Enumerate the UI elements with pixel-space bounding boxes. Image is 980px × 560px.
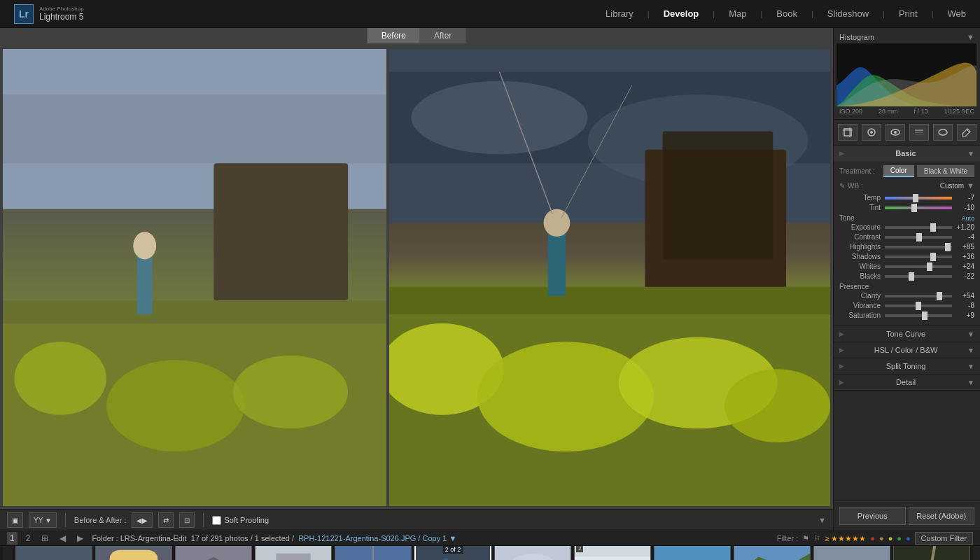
nav-develop[interactable]: Develop [664, 8, 699, 19]
filter-blue-label[interactable]: ● [906, 534, 911, 542]
ba-copy-btn[interactable]: ⇄ [158, 512, 174, 528]
filter-orange-label[interactable]: ● [879, 534, 884, 542]
vibrance-label: Vibrance [839, 302, 885, 309]
contrast-thumb[interactable] [916, 233, 922, 241]
histogram-section: Histogram ▼ ISO 200 28 mm f / 13 [834, 28, 980, 120]
nav-library[interactable]: Library [606, 8, 634, 19]
blacks-thumb[interactable] [909, 272, 914, 281]
basic-section-header[interactable]: ▶ Basic ▼ [834, 146, 980, 161]
tint-slider-thumb[interactable] [911, 204, 917, 212]
red-eye-tool[interactable] [886, 124, 905, 141]
filmstrip-filename-dropdown[interactable]: ▼ [449, 534, 456, 542]
adjustment-brush-tool[interactable] [957, 124, 976, 141]
filmstrip-filename[interactable]: RPH-121221-Argentina-S026.JPG / Copy 1 [298, 534, 447, 542]
clarity-thumb[interactable] [937, 292, 942, 300]
spot-removal-tool[interactable] [862, 124, 881, 141]
radial-filter-tool[interactable] [933, 124, 953, 141]
before-tab[interactable]: Before [368, 28, 420, 43]
nav-map[interactable]: Map [729, 8, 746, 19]
filmstrip-thumb-5[interactable]: ★★★★★ [335, 546, 412, 560]
temp-slider-thumb[interactable] [913, 194, 918, 202]
filmstrip-thumb-11[interactable] [813, 546, 890, 560]
soft-proof-check[interactable]: Soft Proofing [212, 516, 269, 525]
vibrance-thumb[interactable] [916, 302, 921, 310]
saturation-slider[interactable] [885, 314, 952, 317]
view-yy-btn[interactable]: YY ▼ [29, 512, 57, 528]
filmstrip-thumb-12[interactable] [893, 546, 970, 560]
filmstrip-nav-1[interactable]: 1 [7, 532, 18, 545]
nav-web[interactable]: Web [948, 8, 967, 19]
whites-thumb[interactable] [927, 262, 932, 271]
filmstrip-nav-2[interactable]: 2 [23, 532, 34, 545]
contrast-slider[interactable] [885, 236, 952, 239]
color-treatment-btn[interactable]: Color [883, 165, 914, 177]
tint-slider[interactable] [885, 206, 952, 209]
tone-label: Tone [839, 214, 855, 222]
filmstrip-prev-btn[interactable]: ◀ [57, 532, 69, 545]
after-tab[interactable]: After [420, 28, 465, 43]
crop-tool[interactable] [838, 124, 858, 141]
custom-filter-btn[interactable]: Custom Filter [915, 532, 973, 545]
svg-point-7 [106, 360, 244, 451]
soft-proof-checkbox[interactable] [212, 516, 221, 525]
bw-treatment-btn[interactable]: Black & White [917, 165, 974, 177]
wb-value[interactable]: Custom [940, 182, 964, 190]
thumb-2-img [96, 546, 172, 560]
adobe-label: Adobe Photoshop [39, 6, 84, 13]
exposure-slider[interactable] [885, 226, 952, 229]
filmstrip-thumb-10[interactable] [734, 546, 811, 560]
nav-book[interactable]: Book [776, 8, 797, 19]
filter-unflag-icon[interactable]: ⚐ [813, 534, 820, 543]
vibrance-slider[interactable] [885, 304, 952, 307]
filter-red-label[interactable]: ● [870, 534, 875, 542]
view-grid-btn[interactable]: ▣ [7, 512, 23, 528]
reset-button[interactable]: Reset (Adobe) [909, 507, 975, 525]
filmstrip-thumb-4[interactable]: ★★★★★ [255, 546, 332, 560]
clarity-slider[interactable] [885, 295, 952, 298]
filmstrip-thumb-2[interactable]: ★★★★★ [95, 546, 172, 560]
blacks-slider[interactable] [885, 275, 952, 278]
filmstrip-next-btn[interactable]: ▶ [74, 532, 86, 545]
filter-flag-icon[interactable]: ⚑ [802, 534, 809, 543]
tone-curve-section[interactable]: ▶ Tone Curve ▼ [834, 326, 980, 342]
auto-btn[interactable]: Auto [961, 215, 974, 222]
temp-slider-row: Temp -7 [839, 194, 974, 202]
histogram-dropdown-icon[interactable]: ▼ [967, 33, 974, 41]
hsl-section[interactable]: ▶ HSL / Color / B&W ▼ [834, 342, 980, 358]
nav-slideshow[interactable]: Slideshow [827, 8, 869, 19]
filter-yellow-label[interactable]: ● [888, 534, 893, 542]
ba-swap-btn[interactable]: ◀▶ [132, 512, 153, 528]
highlights-thumb[interactable] [945, 243, 951, 251]
detail-section[interactable]: ▶ Detail ▼ [834, 374, 980, 391]
detail-dropdown-icon: ▼ [967, 379, 974, 386]
filter-green-label[interactable]: ● [897, 534, 902, 542]
filmstrip-scroll-right[interactable]: ▶ [973, 546, 980, 560]
exposure-thumb[interactable] [930, 223, 936, 232]
temp-slider[interactable] [885, 197, 952, 200]
nav-sep-5: | [883, 10, 885, 18]
contrast-label: Contrast [839, 233, 885, 241]
whites-slider[interactable] [885, 265, 952, 268]
temp-label: Temp [839, 194, 885, 202]
saturation-thumb[interactable] [922, 312, 927, 320]
filmstrip-thumb-8[interactable]: 2 [574, 546, 651, 560]
filmstrip-thumb-9[interactable] [654, 546, 731, 560]
wb-eyedropper-icon[interactable]: ✎ [839, 182, 845, 190]
previous-button[interactable]: Previous [839, 507, 906, 525]
highlights-slider[interactable] [885, 246, 952, 248]
graduated-filter-tool[interactable] [909, 124, 929, 141]
nav-sep-4: | [811, 10, 813, 18]
shadows-thumb[interactable] [930, 253, 936, 261]
filmstrip-thumb-selected[interactable]: 2 of 2 ★★★★★ [414, 546, 491, 560]
filmstrip-folder: Folder : LRS-Argentina-Edit [92, 534, 186, 542]
filmstrip-thumb-1[interactable]: ★★★★★ [15, 546, 92, 560]
shadows-slider[interactable] [885, 255, 952, 258]
ba-paste-btn[interactable]: ⊡ [179, 512, 195, 528]
nav-print[interactable]: Print [899, 8, 918, 19]
filmstrip-thumb-3[interactable]: ★★★★★ [175, 546, 252, 560]
wb-dropdown-icon[interactable]: ▼ [967, 181, 974, 190]
filmstrip-grid-btn[interactable]: ⊞ [38, 532, 51, 545]
split-toning-section[interactable]: ▶ Split Toning ▼ [834, 358, 980, 374]
filmstrip-thumb-7[interactable] [494, 546, 571, 560]
filmstrip-scroll-left[interactable]: ◀ [3, 546, 13, 560]
